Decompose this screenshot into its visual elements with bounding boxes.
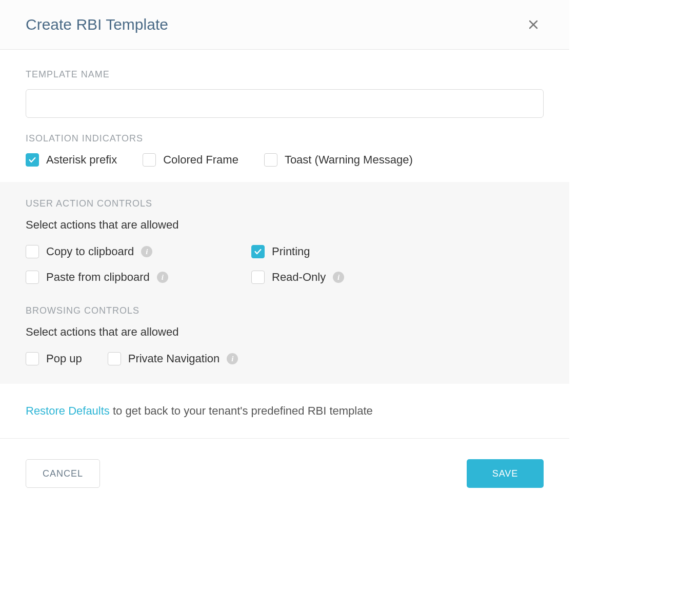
checkbox-copy-to-clipboard[interactable]: Copy to clipboard i — [26, 245, 231, 258]
controls-group: USER ACTION CONTROLS Select actions that… — [0, 182, 569, 384]
save-button[interactable]: SAVE — [467, 459, 544, 488]
checkbox-read-only[interactable]: Read-Only i — [251, 271, 544, 284]
checkbox-label: Paste from clipboard — [46, 271, 150, 284]
user-action-controls-grid: Copy to clipboard i Printing Paste from … — [26, 245, 544, 284]
isolation-indicators-row: Asterisk prefix Colored Frame Toast (War… — [26, 153, 544, 167]
info-icon[interactable]: i — [141, 246, 152, 257]
close-button[interactable] — [523, 14, 544, 35]
checkbox-pop-up[interactable]: Pop up — [26, 352, 82, 365]
dialog-header: Create RBI Template — [0, 0, 569, 50]
checkbox-asterisk-prefix[interactable]: Asterisk prefix — [26, 153, 117, 167]
restore-defaults-section: Restore Defaults to get back to your ten… — [0, 384, 569, 438]
checkbox-label: Private Navigation — [128, 352, 220, 365]
checkbox-box — [251, 245, 265, 258]
close-icon — [527, 18, 540, 31]
checkbox-label: Pop up — [46, 352, 82, 365]
checkbox-label: Toast (Warning Message) — [285, 153, 413, 167]
checkbox-label: Copy to clipboard — [46, 245, 134, 258]
isolation-indicators-heading: ISOLATION INDICATORS — [26, 133, 544, 144]
user-action-controls-heading: USER ACTION CONTROLS — [26, 198, 544, 209]
checkbox-box — [26, 271, 39, 284]
checkbox-label: Read-Only — [272, 271, 326, 284]
cancel-button[interactable]: CANCEL — [26, 459, 100, 488]
info-icon[interactable]: i — [227, 353, 238, 364]
browsing-controls-subtext: Select actions that are allowed — [26, 325, 544, 339]
check-icon — [254, 248, 262, 256]
browsing-controls-row: Pop up Private Navigation i — [26, 352, 544, 365]
isolation-indicators-section: ISOLATION INDICATORS Asterisk prefix Col… — [0, 128, 569, 182]
checkbox-box — [26, 245, 39, 258]
template-name-input[interactable] — [26, 89, 544, 118]
dialog-footer: CANCEL SAVE — [0, 438, 569, 508]
checkbox-label: Asterisk prefix — [46, 153, 117, 167]
checkbox-box — [26, 153, 39, 167]
create-rbi-template-dialog: Create RBI Template TEMPLATE NAME ISOLAT… — [0, 0, 569, 508]
browsing-controls-heading: BROWSING CONTROLS — [26, 305, 544, 316]
dialog-title: Create RBI Template — [26, 16, 168, 33]
checkbox-box — [143, 153, 156, 167]
checkbox-label: Colored Frame — [163, 153, 238, 167]
checkbox-box — [264, 153, 277, 167]
checkbox-box — [251, 271, 265, 284]
info-icon[interactable]: i — [157, 272, 168, 283]
checkbox-paste-from-clipboard[interactable]: Paste from clipboard i — [26, 271, 231, 284]
checkbox-box — [108, 352, 121, 365]
checkbox-printing[interactable]: Printing — [251, 245, 544, 258]
restore-defaults-link[interactable]: Restore Defaults — [26, 404, 110, 417]
template-name-section: TEMPLATE NAME — [0, 50, 569, 128]
check-icon — [28, 156, 36, 164]
user-action-controls-subtext: Select actions that are allowed — [26, 218, 544, 232]
checkbox-box — [26, 352, 39, 365]
checkbox-label: Printing — [272, 245, 310, 258]
checkbox-private-navigation[interactable]: Private Navigation i — [108, 352, 238, 365]
checkbox-toast-warning[interactable]: Toast (Warning Message) — [264, 153, 413, 167]
restore-defaults-text: to get back to your tenant's predefined … — [110, 404, 373, 417]
checkbox-colored-frame[interactable]: Colored Frame — [143, 153, 238, 167]
info-icon[interactable]: i — [333, 272, 344, 283]
template-name-heading: TEMPLATE NAME — [26, 69, 544, 80]
